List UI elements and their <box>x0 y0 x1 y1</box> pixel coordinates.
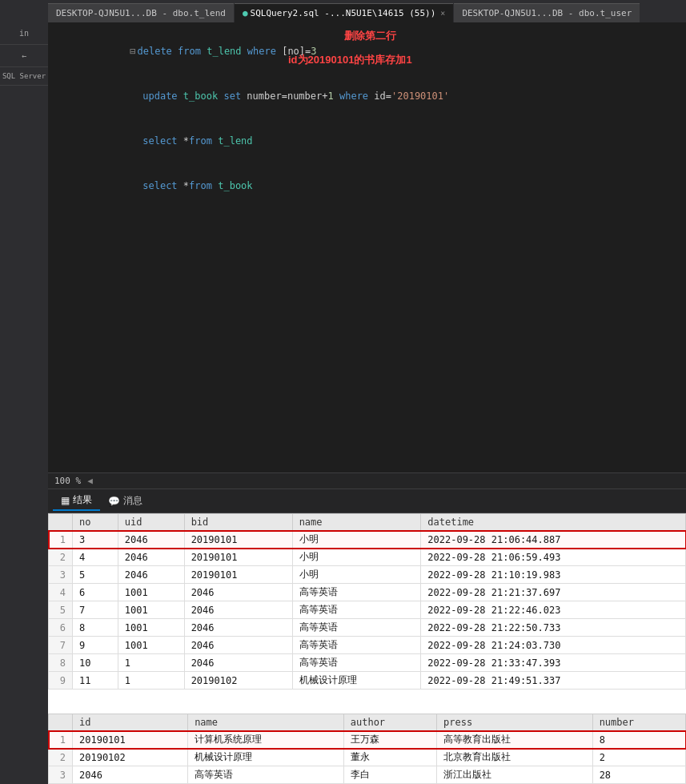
sidebar-item-sqlserver: SQL Server <box>0 67 48 86</box>
table1-wrapper: no uid bid name datetime 13204620190101小… <box>48 513 686 690</box>
code-line-1: ⊟delete from t_lend where [no]=3 <box>48 29 686 74</box>
table-cell: 2022-09-28 21:06:59.493 <box>421 549 686 566</box>
table-row[interactable]: 220190102机械设计原理董永北京教育出版社2 <box>49 749 686 766</box>
table-cell: 1 <box>118 672 184 690</box>
sidebar: in ← SQL Server <box>0 22 48 784</box>
tab-lend[interactable]: DESKTOP-QJN5U1...DB - dbo.t_lend <box>48 3 234 22</box>
table1-col-name: name <box>292 514 421 531</box>
table-cell: 1001 <box>118 584 184 601</box>
tab-messages[interactable]: 💬 消息 <box>100 492 150 510</box>
tab-user[interactable]: DESKTOP-QJN5U1...DB - dbo.t_user <box>454 3 640 22</box>
results-container: ▦ 结果 💬 消息 no uid bid <box>48 489 686 784</box>
table-cell: 11 <box>73 672 118 690</box>
table-cell: 1001 <box>118 601 184 619</box>
table-cell: 20190101 <box>184 531 292 549</box>
table-row[interactable]: 24204620190101小明2022-09-28 21:06:59.493 <box>49 549 686 566</box>
table-row[interactable]: 7910012046高等英语2022-09-28 21:24:03.730 <box>49 637 686 654</box>
table-cell: 高等英语 <box>292 584 421 601</box>
table-cell: 1001 <box>118 637 184 654</box>
table-cell: 王万森 <box>343 731 436 749</box>
table2-col-author: author <box>343 714 436 731</box>
code-line-3: select *from t_lend <box>48 119 686 163</box>
editor-empty-space <box>48 215 686 472</box>
table-cell: 2046 <box>73 766 188 784</box>
table-cell: 2 <box>49 549 73 566</box>
table-row[interactable]: 13204620190101小明2022-09-28 21:06:44.887 <box>49 531 686 549</box>
table-cell: 2 <box>49 749 73 766</box>
table-cell: 10 <box>73 654 118 672</box>
table-cell: 2046 <box>184 637 292 654</box>
table-row[interactable]: 6810012046高等英语2022-09-28 21:22:50.733 <box>49 619 686 637</box>
main-layout: in ← SQL Server 删除第二行 ⊟delete from t_len… <box>0 22 686 784</box>
table2-col-number: number <box>592 714 685 731</box>
tab-sqlquery[interactable]: ● SQLQuery2.sql -...N5U1E\14615 (55)) × <box>235 3 453 22</box>
sidebar-item-in: in <box>0 22 48 45</box>
table-cell: 20190101 <box>73 731 188 749</box>
table-cell: 2046 <box>184 654 292 672</box>
table-cell: 2046 <box>118 566 184 584</box>
table-cell: 3 <box>73 531 118 549</box>
table-cell: 2046 <box>118 531 184 549</box>
table-cell: 2022-09-28 21:24:03.730 <box>421 637 686 654</box>
table-cell: 2022-09-28 21:22:46.023 <box>421 601 686 619</box>
collapse-icon[interactable]: ⊟ <box>130 46 135 57</box>
tab-messages-label: 消息 <box>123 494 142 508</box>
table-cell: 机械设计原理 <box>292 672 421 690</box>
table1-header-row: no uid bid name datetime <box>49 514 686 531</box>
table-cell: 5 <box>49 601 73 619</box>
table-row[interactable]: 120190101计算机系统原理王万森高等教育出版社8 <box>49 731 686 749</box>
table-cell: 高等英语 <box>188 766 344 784</box>
table-cell: 9 <box>49 672 73 690</box>
table-cell: 2046 <box>184 584 292 601</box>
table2-col-id: id <box>73 714 188 731</box>
table-cell: 6 <box>73 584 118 601</box>
tab-results[interactable]: ▦ 结果 <box>53 491 100 511</box>
tab-sqlquery-label: SQLQuery2.sql -...N5U1E\14615 (55)) <box>251 8 436 18</box>
table-cell: 4 <box>49 584 73 601</box>
table-cell: 20190101 <box>184 566 292 584</box>
sidebar-item-arrow: ← <box>0 45 48 67</box>
table-cell: 北京教育出版社 <box>437 749 593 766</box>
scroll-left-icon[interactable]: ◀ <box>87 476 93 486</box>
table1-col-uid: uid <box>118 514 184 531</box>
table-cell: 1001 <box>118 619 184 637</box>
table-cell: 2022-09-28 21:10:19.983 <box>421 566 686 584</box>
table-cell: 浙江出版社 <box>437 766 593 784</box>
grid-icon: ▦ <box>61 495 70 506</box>
table-cell: 1 <box>118 654 184 672</box>
table2-col-rownum <box>49 714 73 731</box>
result-tabs: ▦ 结果 💬 消息 <box>48 489 686 513</box>
table-row[interactable]: 35204620190101小明2022-09-28 21:10:19.983 <box>49 566 686 584</box>
table-row[interactable]: 5710012046高等英语2022-09-28 21:22:46.023 <box>49 601 686 619</box>
table-cell: 7 <box>49 637 73 654</box>
table-cell: 20190101 <box>184 549 292 566</box>
table-cell: 2022-09-28 21:21:37.697 <box>421 584 686 601</box>
table-cell: 7 <box>73 601 118 619</box>
table-cell: 2022-09-28 21:06:44.887 <box>421 531 686 549</box>
table-cell: 6 <box>49 619 73 637</box>
table-cell: 计算机系统原理 <box>188 731 344 749</box>
content-area: 删除第二行 ⊟delete from t_lend where [no]=3 u… <box>48 22 686 784</box>
table-row[interactable]: 32046高等英语李白浙江出版社28 <box>49 766 686 784</box>
table-cell: 2 <box>592 749 685 766</box>
table-row[interactable]: 911120190102机械设计原理2022-09-28 21:49:51.33… <box>49 672 686 690</box>
tab-results-label: 结果 <box>73 493 92 507</box>
tab-close-icon[interactable]: × <box>440 9 445 18</box>
table-cell: 2046 <box>118 549 184 566</box>
code-line-2: update t_book set number=number+1 where … <box>48 74 686 119</box>
table-cell: 高等英语 <box>292 654 421 672</box>
table-cell: 5 <box>73 566 118 584</box>
table-cell: 8 <box>592 731 685 749</box>
table-cell: 3 <box>49 566 73 584</box>
table-row[interactable]: 4610012046高等英语2022-09-28 21:21:37.697 <box>49 584 686 601</box>
table1-col-no: no <box>73 514 118 531</box>
table-cell: 1 <box>49 731 73 749</box>
code-editor: 删除第二行 ⊟delete from t_lend where [no]=3 u… <box>48 22 686 215</box>
zoom-level: 100 % <box>54 476 81 486</box>
table2-wrapper: id name author press number 120190101计算机… <box>48 714 686 784</box>
table1-col-bid: bid <box>184 514 292 531</box>
table-row[interactable]: 81012046高等英语2022-09-28 21:33:47.393 <box>49 654 686 672</box>
table-cell: 9 <box>73 637 118 654</box>
table-cell: 李白 <box>343 766 436 784</box>
tab-dot: ● <box>243 8 248 18</box>
